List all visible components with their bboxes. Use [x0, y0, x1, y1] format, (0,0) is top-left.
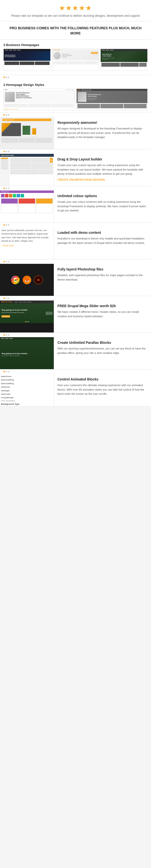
- home2-card-3: [83, 61, 98, 64]
- animated-screenshot: fadeInDown fadeOutAltRng fadeOutAltRng s…: [0, 374, 54, 406]
- demo-screenshot: Nam sed dui sollicitudin, posuere nisl n…: [0, 227, 54, 259]
- drag-row-3: [10, 170, 53, 174]
- dot-gray-18: [8, 371, 9, 372]
- drag-sidebar-item-4: [1, 163, 8, 164]
- resp-top-text: Ultimate Solutions: [3, 119, 14, 121]
- resp-col-1: [1, 138, 18, 143]
- resp-desktop: [1, 123, 21, 136]
- responsive-body: All pages designed & developed to the bo…: [58, 126, 148, 140]
- swatch-teal[interactable]: [21, 194, 24, 197]
- home3-nav: [101, 49, 147, 51]
- feature-megaslider-section: MEGASLIDER Stop gazing out of your windo…: [0, 301, 151, 333]
- colour-body: Create your own colour schemes with no c…: [58, 200, 148, 213]
- parallax-nav-2: [5, 338, 9, 339]
- resp-tablet-screen: [23, 126, 30, 135]
- design-style-2: LOGO Powerful & ResponsiveClean & Modern…: [76, 89, 148, 111]
- dot-gray-1: [6, 76, 7, 78]
- dot-gray-9: [6, 224, 7, 226]
- pro-header-title: PRO BUSINESS COMES WITH THE FOLLOWING FE…: [7, 26, 144, 36]
- animated-list: fadeInDown fadeOutAltRng fadeOutAltRng s…: [1, 375, 53, 400]
- parallax-hero: Stop gazing out of your window We've jus…: [0, 340, 54, 369]
- dot-divider-5: [0, 223, 151, 227]
- mega-dot-2[interactable]: [27, 321, 28, 322]
- stars-message: Please rate our template so we can conti…: [5, 13, 146, 18]
- swatch-red[interactable]: [5, 194, 8, 197]
- dot-orange-2: [3, 114, 5, 116]
- animated-title: Control Animated Blocks: [58, 377, 148, 381]
- dot-orange-6: [3, 261, 5, 262]
- s1-card-3: [51, 104, 74, 107]
- drag-screenshot: [0, 154, 54, 186]
- s1-card-1: [4, 104, 27, 107]
- animated-item-2: fadeOutAltRng: [1, 378, 53, 382]
- drag-block-4: [32, 163, 53, 169]
- drag-link[interactable]: CREATE UNLIMITED PAGE DESIGNS: [58, 178, 148, 181]
- style1-text: Powerful & ResponsiveClean & ModernUnlim…: [16, 92, 73, 102]
- mega-dot-1[interactable]: [25, 321, 26, 322]
- demo-body: Included in our download is theme only i…: [58, 237, 148, 245]
- home2-hero-text: Ultimate power forbusinesses & poweredwi…: [62, 53, 72, 58]
- swatch-blue[interactable]: [17, 194, 20, 197]
- style2-hero-image: [78, 92, 86, 102]
- mega-prev-arrow[interactable]: ‹: [46, 312, 49, 315]
- drag-row-1: [10, 158, 53, 163]
- animated-body: Give your customers the ultimate viewing…: [58, 383, 148, 396]
- pro-header: PRO BUSINESS COMES WITH THE FOLLOWING FE…: [0, 21, 151, 40]
- resp-phone: [32, 128, 37, 136]
- resp-col-3: [36, 138, 52, 143]
- mega-slide-btn[interactable]: Find out more: [1, 315, 10, 317]
- megaslider-text: FREE Drupal Mega Slider worth $20 We hav…: [54, 301, 151, 333]
- s2-link-1: [81, 90, 84, 90]
- swatch-green[interactable]: [13, 194, 16, 197]
- business-homepages-section: 3 Business Homepages Ultimate SolutionsF…: [0, 40, 151, 75]
- dot-divider-3: [0, 149, 151, 154]
- colour-text: Unlimted colour options Create your own …: [54, 190, 151, 222]
- drag-sidebar: [0, 157, 9, 186]
- dot-gray-8: [8, 188, 9, 189]
- demo-readmore[interactable]: › Read more...: [1, 244, 52, 247]
- nav-item-4: [17, 50, 21, 51]
- demo-main-text: Nam sed dui sollicitudin, posuere nisl n…: [1, 229, 52, 243]
- style1-link: Welcome to our Pro Business: [4, 108, 75, 110]
- mega-header: MEGASLIDER: [0, 301, 54, 304]
- style1-content: [4, 103, 75, 108]
- resp-devices: [1, 123, 52, 136]
- style1-link-2: [69, 90, 71, 90]
- h3-nav-item-3: [110, 50, 113, 51]
- firefox-icon: 🦊: [23, 276, 31, 284]
- style1-hero-image: [5, 92, 15, 102]
- drag-nav-1: [1, 155, 5, 156]
- animated-delay-row: 0.00 Second(s): [1, 400, 53, 402]
- dot-gray-5: [6, 151, 7, 152]
- home2-badge-text: PROBUSINESS: [92, 53, 97, 53]
- mega-next-arrow[interactable]: ›: [49, 312, 52, 315]
- design-style-1: LOGO Powerful & ResponsiveClean & Modern…: [3, 89, 75, 111]
- home3-hero-content: Stop gazing outof your window We've just…: [102, 53, 114, 60]
- firefox-glyph: 🦊: [24, 277, 30, 282]
- megaslider-title: FREE Drupal Mega Slider worth $20: [58, 304, 148, 308]
- drag-block-7: [39, 170, 53, 174]
- colour-block-inner-1: [1, 198, 18, 204]
- swatch-orange[interactable]: [9, 194, 12, 197]
- mega-logo-text: MEGASLIDER: [1, 301, 12, 303]
- home2-nav: PROBUSINESS: [52, 49, 99, 51]
- drag-main: [9, 157, 54, 186]
- photoshop-title: Fully layerd Photoshop files: [58, 267, 148, 271]
- drag-block-1: [10, 158, 30, 163]
- colour-block-inner-2: [18, 198, 35, 204]
- s2-thumb-2: [101, 104, 123, 108]
- resp-tablet: [22, 125, 31, 136]
- demo-readmore-text: › Read more...: [1, 244, 16, 247]
- drag-text: Drag & Drop Layout builder Create your o…: [54, 154, 151, 186]
- dot-divider-6: [0, 259, 151, 264]
- swatch-purple[interactable]: [1, 194, 4, 197]
- drag-handle[interactable]: [50, 158, 53, 163]
- dot-orange-7: [3, 298, 5, 299]
- mega-dot-3[interactable]: [28, 321, 29, 322]
- colour-block-1: [1, 198, 18, 213]
- style1-nav: LOGO: [4, 89, 75, 91]
- responsive-text: Responsively awesome! All pages designed…: [54, 117, 151, 149]
- homepage-3-screenshot: Stop gazing outof your window We've just…: [101, 49, 148, 71]
- star-rating: ★★★★★: [5, 4, 146, 12]
- style2-text: Powerful & ResponsiveClean & Modern Unli…: [88, 94, 146, 100]
